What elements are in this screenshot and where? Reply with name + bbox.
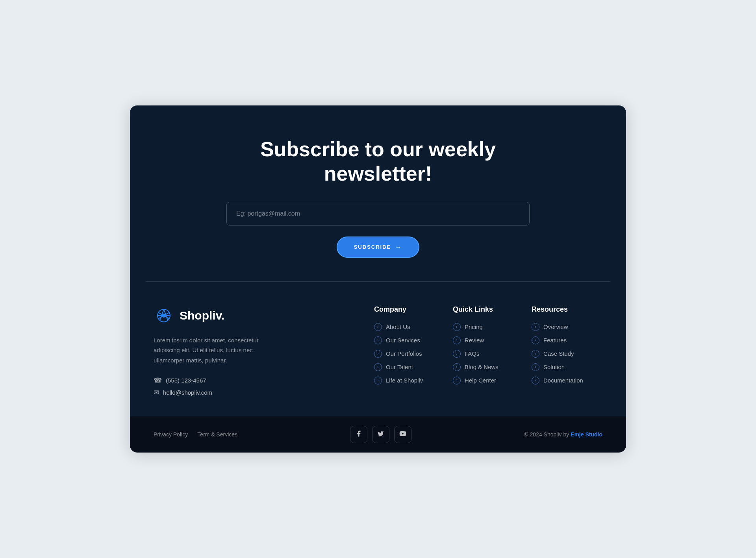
email-address: hello@shopliv.com: [163, 389, 212, 396]
link-arrow-icon: ›: [374, 363, 382, 371]
email-icon: ✉: [154, 388, 159, 397]
company-link-services-label: Our Services: [386, 337, 420, 344]
twitter-icon: [377, 430, 384, 439]
link-arrow-icon: ›: [374, 377, 382, 384]
subscribe-button[interactable]: SUBSCRIBE →: [337, 237, 420, 258]
resources-links: › Overview › Features › Case Study › Sol…: [532, 323, 602, 384]
resources-column: Resources › Overview › Features › Case S…: [532, 305, 602, 397]
company-link-life[interactable]: › Life at Shopliv: [374, 377, 445, 384]
quicklink-blog-label: Blog & News: [465, 364, 498, 370]
resource-case-study-label: Case Study: [543, 350, 574, 357]
footer-main: Shopliv. Lorem ipsum dolor sit amet, con…: [130, 282, 626, 417]
resource-overview-label: Overview: [543, 323, 568, 330]
copyright-brand: Emje Studio: [571, 431, 602, 438]
contact-info: ☎ (555) 123-4567 ✉ hello@shopliv.com: [154, 376, 280, 397]
email-input[interactable]: [226, 202, 530, 225]
resource-documentation[interactable]: › Documentation: [532, 377, 602, 384]
facebook-icon: [355, 430, 362, 439]
quicklinks-links: › Pricing › Review › FAQs › Blog & News: [453, 323, 524, 384]
resource-case-study[interactable]: › Case Study: [532, 350, 602, 358]
link-arrow-icon: ›: [453, 363, 461, 371]
quicklink-pricing[interactable]: › Pricing: [453, 323, 524, 331]
youtube-icon: [399, 430, 406, 439]
brand-name: Shopliv.: [180, 309, 224, 322]
resource-overview[interactable]: › Overview: [532, 323, 602, 331]
svg-point-7: [162, 314, 166, 318]
phone-icon: ☎: [154, 376, 162, 384]
link-arrow-icon: ›: [453, 377, 461, 384]
quicklink-review[interactable]: › Review: [453, 336, 524, 344]
quicklinks-column: Quick Links › Pricing › Review › FAQs: [453, 305, 524, 397]
quicklink-pricing-label: Pricing: [465, 323, 483, 330]
company-link-about-label: About Us: [386, 323, 410, 330]
company-link-talent[interactable]: › Our Talent: [374, 363, 445, 371]
link-arrow-icon: ›: [453, 350, 461, 358]
link-arrow-icon: ›: [532, 363, 539, 371]
youtube-button[interactable]: [394, 426, 411, 443]
logo-icon: [154, 305, 174, 326]
arrow-icon: →: [395, 244, 402, 251]
social-links: [350, 426, 411, 443]
resource-solution-label: Solution: [543, 364, 565, 370]
footer-nav: Company › About Us › Our Services › Our …: [303, 305, 602, 397]
company-links: › About Us › Our Services › Our Portfoli…: [374, 323, 445, 384]
quicklink-help-label: Help Center: [465, 377, 496, 384]
privacy-policy-link[interactable]: Privacy Policy: [154, 431, 188, 438]
resource-documentation-label: Documentation: [543, 377, 583, 384]
subscribe-label: SUBSCRIBE: [354, 244, 391, 250]
phone-contact: ☎ (555) 123-4567: [154, 376, 280, 384]
twitter-button[interactable]: [372, 426, 389, 443]
link-arrow-icon: ›: [453, 323, 461, 331]
newsletter-section: Subscribe to our weekly newsletter! SUBS…: [130, 105, 626, 281]
link-arrow-icon: ›: [532, 336, 539, 344]
copyright: © 2024 Shopliv by Emje Studio: [524, 431, 602, 438]
resource-features[interactable]: › Features: [532, 336, 602, 344]
company-link-life-label: Life at Shopliv: [386, 377, 423, 384]
quicklinks-column-title: Quick Links: [453, 305, 524, 314]
brand-logo: Shopliv.: [154, 305, 280, 326]
link-arrow-icon: ›: [453, 336, 461, 344]
copyright-text: © 2024 Shopliv by: [524, 431, 571, 438]
company-link-portfolios[interactable]: › Our Portfolios: [374, 350, 445, 358]
quicklink-help[interactable]: › Help Center: [453, 377, 524, 384]
link-arrow-icon: ›: [532, 323, 539, 331]
company-column: Company › About Us › Our Services › Our …: [374, 305, 445, 397]
footer-bottom: Privacy Policy Term & Services © 2024: [130, 416, 626, 453]
quicklink-faqs[interactable]: › FAQs: [453, 350, 524, 358]
company-column-title: Company: [374, 305, 445, 314]
page-wrapper: Subscribe to our weekly newsletter! SUBS…: [130, 105, 626, 453]
quicklink-faqs-label: FAQs: [465, 350, 480, 357]
company-link-portfolios-label: Our Portfolios: [386, 350, 422, 357]
newsletter-form: SUBSCRIBE →: [226, 202, 530, 258]
resources-column-title: Resources: [532, 305, 602, 314]
facebook-button[interactable]: [350, 426, 367, 443]
quicklink-review-label: Review: [465, 337, 484, 344]
terms-link[interactable]: Term & Services: [197, 431, 237, 438]
link-arrow-icon: ›: [374, 350, 382, 358]
company-link-talent-label: Our Talent: [386, 364, 413, 370]
brand-description: Lorem ipsum dolor sit amet, consectetur …: [154, 335, 264, 366]
company-link-about[interactable]: › About Us: [374, 323, 445, 331]
link-arrow-icon: ›: [374, 336, 382, 344]
company-link-services[interactable]: › Our Services: [374, 336, 445, 344]
link-arrow-icon: ›: [532, 377, 539, 384]
footer-brand: Shopliv. Lorem ipsum dolor sit amet, con…: [154, 305, 280, 397]
phone-number: (555) 123-4567: [166, 377, 206, 384]
link-arrow-icon: ›: [374, 323, 382, 331]
email-contact: ✉ hello@shopliv.com: [154, 388, 280, 397]
quicklink-blog[interactable]: › Blog & News: [453, 363, 524, 371]
resource-solution[interactable]: › Solution: [532, 363, 602, 371]
footer-legal: Privacy Policy Term & Services: [154, 431, 237, 438]
link-arrow-icon: ›: [532, 350, 539, 358]
resource-features-label: Features: [543, 337, 567, 344]
newsletter-title: Subscribe to our weekly newsletter!: [240, 137, 516, 186]
